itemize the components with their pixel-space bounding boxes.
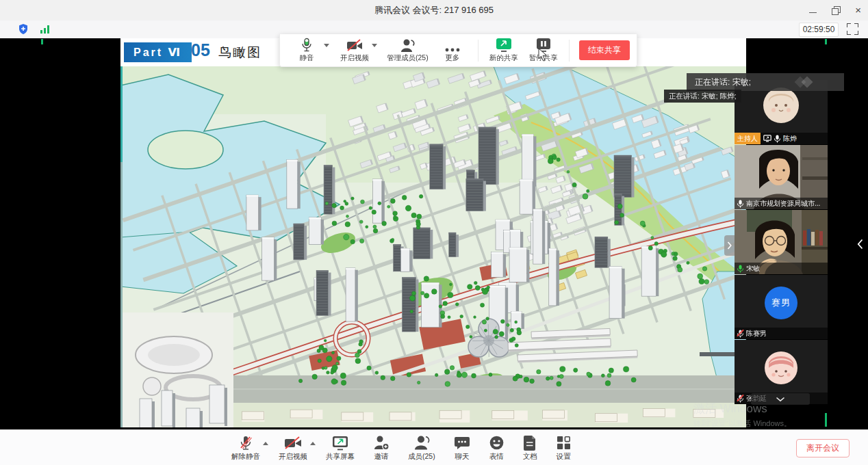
new-share-button[interactable]: 新的共享 [484, 38, 524, 63]
share-screen-button[interactable]: 共享屏幕 [326, 435, 355, 462]
participant-sidebar: 主持人 陈烨 [735, 80, 828, 405]
meeting-stage: Part Ⅵ 05 鸟瞰图 正在讲话: 宋敏; 正在讲话: 宋敏; 陈烨; [0, 38, 868, 429]
sidebar-collapse-button[interactable] [724, 235, 735, 256]
window-title: 腾讯会议 会议号: 217 916 695 [0, 0, 868, 21]
camera-options-caret[interactable] [372, 44, 377, 47]
mic-options-caret[interactable] [263, 442, 268, 445]
participant-tile[interactable]: 南京市规划资源局城市... [735, 145, 828, 209]
restore-icon[interactable] [832, 6, 840, 14]
members-icon [413, 435, 430, 451]
document-icon [523, 435, 537, 451]
camera-button[interactable]: 开启视频 [335, 38, 374, 63]
fullscreen-icon[interactable] [847, 23, 858, 35]
participant-name: 陈赛男 [746, 329, 767, 338]
slide-part-label: Part Ⅵ [124, 42, 192, 62]
members-button[interactable]: 成员(25) [408, 435, 435, 462]
members-icon [399, 38, 416, 53]
slide-title: 鸟瞰图 [218, 44, 261, 62]
camera-off-icon [346, 39, 363, 53]
participant-name: 南京市规划资源局城市... [746, 199, 820, 209]
speaking-toast-secondary: 正在讲话: 宋敏; 陈烨; [664, 90, 741, 103]
slide-number: 05 [191, 40, 210, 60]
participant-tile[interactable]: 宋敏 [735, 210, 828, 274]
share-border-indicator [825, 413, 827, 427]
sidebar-more-button[interactable] [751, 393, 810, 405]
minimize-icon[interactable] [809, 8, 817, 13]
settings-button[interactable]: 设置 [556, 435, 572, 462]
docs-button[interactable]: 文档 [523, 435, 537, 462]
end-share-button[interactable]: 结束共享 [579, 40, 630, 60]
mute-options-caret[interactable] [324, 44, 329, 47]
share-border-indicator [825, 39, 827, 44]
city-aerial-render [120, 66, 746, 427]
more-button[interactable]: 更多 [433, 38, 472, 63]
mute-button[interactable]: 静音 [287, 38, 327, 63]
meeting-logo-icon [793, 77, 821, 88]
emoji-button[interactable]: 表情 [489, 435, 505, 462]
microphone-muted-icon [238, 435, 253, 451]
shared-screen-view: Part Ⅵ 05 鸟瞰图 [120, 38, 746, 427]
settings-grid-icon [556, 435, 572, 451]
share-toolbar: 静音 开启视频 管理成员(25) 更多 [279, 34, 637, 67]
close-icon[interactable]: × [855, 6, 861, 14]
invite-icon [373, 435, 390, 451]
new-share-icon [495, 38, 513, 53]
microphone-muted-icon [737, 394, 744, 403]
video-options-caret[interactable] [310, 442, 316, 445]
emoji-icon [489, 435, 505, 451]
panel-collapse-button[interactable] [857, 239, 863, 252]
microphone-icon [301, 38, 313, 53]
network-signal-icon[interactable] [40, 25, 50, 34]
microphone-muted-icon [737, 329, 744, 338]
chat-icon [454, 436, 470, 451]
avatar [765, 351, 797, 384]
unmute-button[interactable]: 解除静音 [231, 435, 260, 462]
mouse-cursor [538, 48, 548, 62]
screen-sharing-icon [763, 135, 771, 142]
camera-off-icon [283, 436, 303, 451]
start-video-button[interactable]: 开启视频 [279, 435, 307, 462]
participant-name: 宋敏 [746, 264, 760, 274]
chevron-down-icon [776, 397, 785, 402]
microphone-on-icon [774, 134, 781, 143]
host-badge: 主持人 [735, 133, 761, 144]
leave-meeting-button[interactable]: 离开会议 [796, 439, 850, 457]
microphone-speaking-icon [737, 264, 744, 273]
participant-tile[interactable]: 赛男 陈赛男 [735, 275, 828, 339]
meeting-timer: 02:59:50 [799, 23, 839, 37]
chat-button[interactable]: 聊天 [454, 435, 470, 462]
manage-members-button[interactable]: 管理成员(25) [383, 38, 433, 63]
microphone-on-icon [737, 199, 744, 208]
chevron-left-icon [857, 239, 863, 250]
security-shield-icon[interactable] [18, 23, 29, 35]
chevron-right-icon [727, 241, 732, 250]
speaking-toast: 正在讲话: 宋敏; [687, 73, 844, 91]
participant-name: 陈烨 [783, 134, 797, 144]
window-titlebar: 腾讯会议 会议号: 217 916 695 × [0, 0, 868, 21]
share-screen-icon [331, 435, 349, 451]
avatar: 赛男 [765, 287, 797, 319]
share-border-indicator [41, 39, 43, 44]
invite-button[interactable]: 邀请 [373, 435, 390, 462]
bottom-toolbar: 解除静音 开启视频 共享屏 [0, 429, 868, 465]
more-dots-icon [444, 47, 461, 53]
avatar [763, 88, 799, 123]
